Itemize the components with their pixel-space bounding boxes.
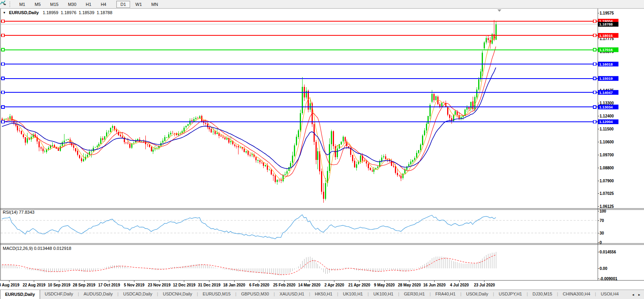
symbol-label: EURUSD,Daily [9,10,39,15]
timeframe-button-M30[interactable]: M30 [64,1,80,8]
chart-tab-DJ30-M15[interactable]: DJ30,M15 [528,290,557,299]
chart-tab-HK50-H1[interactable]: HK50,H1 [310,290,337,299]
svg-text:1.09700: 1.09700 [600,153,614,157]
svg-text:2 Apr 2020: 2 Apr 2020 [325,283,345,287]
svg-text:1.18015: 1.18015 [599,33,613,38]
chart-tab-GBPUSD-M30[interactable]: GBPUSD,M30 [237,290,274,299]
svg-text:100: 100 [600,209,606,213]
chart-tab-GER30-H1[interactable]: GER30,H1 [399,290,429,299]
close-value: 1.18788 [97,10,112,15]
svg-text:28 May 2020: 28 May 2020 [398,283,421,287]
svg-text:1.07900: 1.07900 [600,179,614,183]
svg-text:25 Feb 2020: 25 Feb 2020 [273,283,295,287]
svg-text:22 Aug 2019: 22 Aug 2019 [23,283,46,287]
svg-text:0.00: 0.00 [600,266,607,271]
svg-text:18 Jan 2020: 18 Jan 2020 [223,283,246,287]
timeframe-button-D1[interactable]: D1 [116,1,130,8]
svg-text:12 Dec 2019: 12 Dec 2019 [173,283,196,287]
timeframe-buttons: M1M5M15M30H1H4D1W1MN [15,0,163,8]
open-value: 1.18959 [43,10,59,15]
chart-tab-EURUSD-M15[interactable]: EURUSD,M15 [198,290,235,299]
svg-text:30: 30 [600,231,604,235]
svg-text:1.14047: 1.14047 [599,90,613,95]
svg-text:1.10600: 1.10600 [600,140,614,144]
chart-tab-FRA40-H1[interactable]: FRA40,H1 [431,290,460,299]
svg-text:1.07025: 1.07025 [600,191,614,196]
svg-text:1.17016: 1.17016 [599,48,613,52]
low-value: 1.18539 [79,10,94,15]
svg-text:5 Nov 2019: 5 Nov 2019 [124,283,145,287]
svg-text:1.18788: 1.18788 [599,22,613,26]
chart-tab-USDCHF-Daily[interactable]: USDCHF,Daily [40,290,78,299]
timeframe-button-W1[interactable]: W1 [132,1,146,8]
svg-text:0: 0 [600,240,602,245]
macd-label: MACD(12,26,9) 0.013448 0.012918 [3,246,71,251]
svg-text:9 May 2020: 9 May 2020 [374,283,395,287]
high-value: 1.18976 [61,10,76,15]
svg-text:1.12400: 1.12400 [600,114,614,118]
svg-text:6 Feb 2020: 6 Feb 2020 [249,283,270,287]
svg-text:1.06125: 1.06125 [600,204,614,209]
svg-text:3 Aug 2019: 3 Aug 2019 [0,283,20,287]
svg-text:17 Oct 2019: 17 Oct 2019 [98,283,120,287]
chart-tab-AUDUSD-Daily[interactable]: AUDUSD,Daily [79,290,117,299]
chart-tab-USOil-H4[interactable]: USOil,H4 [596,290,624,299]
toolbar-grip[interactable] [9,2,11,7]
timeframe-button-H1[interactable]: H1 [82,1,95,8]
svg-text:16 Jun 2020: 16 Jun 2020 [423,283,446,287]
svg-text:28 Sep 2019: 28 Sep 2019 [73,283,95,287]
timeframe-button-M15[interactable]: M15 [46,1,62,8]
chart-tab-UK100-H1[interactable]: UK100,H1 [369,290,398,299]
svg-text:21 Apr 2020: 21 Apr 2020 [349,283,371,287]
chart-tabs: EURUSD,DailyUSDCHF,Daily|AUDUSD,Daily|US… [0,290,644,299]
svg-text:23 Jul 2020: 23 Jul 2020 [474,283,495,287]
chart-tab-USOil-Daily[interactable]: USOil,Daily [461,290,493,299]
timeframe-button-M5[interactable]: M5 [31,1,44,8]
period-toolbar: ▼ M1M5M15M30H1H4D1W1MN [0,0,644,9]
chart-tab-USDCNH-Daily[interactable]: USDCNH,Daily [158,290,197,299]
svg-text:1.19575: 1.19575 [600,11,614,15]
svg-text:1.16018: 1.16018 [599,62,613,66]
chart-tab-XAUUSD-H1[interactable]: XAUUSD,H1 [275,290,309,299]
svg-text:1.15019: 1.15019 [599,76,613,81]
svg-text:-0.009001: -0.009001 [600,277,617,281]
svg-text:70: 70 [600,218,604,223]
chart-tab-UK100-H1[interactable]: UK100,H1 [338,290,368,299]
timeframe-button-H4[interactable]: H4 [97,1,110,8]
svg-text:1.13034: 1.13034 [599,105,613,109]
chart-title: ▼ EURUSD,Daily 1.189591.189761.185391.18… [3,10,115,15]
chart-tab-USDJPY-H1[interactable]: USDJPY,H1 [494,290,527,299]
svg-text:23 Nov 2019: 23 Nov 2019 [148,283,171,287]
svg-text:10 Sep 2019: 10 Sep 2019 [48,283,71,287]
price-chart-canvas[interactable]: 1.195751.188751.177751.168751.141751.133… [0,0,644,299]
ohlc-values: 1.189591.189761.185391.18788 [43,10,115,15]
svg-text:31 Dec 2019: 31 Dec 2019 [198,283,221,287]
tabs-scroll-left-icon[interactable]: ◄ [631,293,635,297]
svg-text:1.11500: 1.11500 [600,127,614,131]
timeframe-button-MN[interactable]: MN [147,1,162,8]
chart-tab-EURUSD-Daily[interactable]: EURUSD,Daily [0,290,40,299]
rsi-label: RSI(14) 77.8343 [3,210,35,215]
chart-tab-USDCAD-Daily[interactable]: USDCAD,Daily [119,290,157,299]
svg-text:1.12004: 1.12004 [599,119,613,124]
svg-text:4 Jul 2020: 4 Jul 2020 [450,283,469,287]
chart-tab-CHINA300-H4[interactable]: CHINA300,H4 [558,290,595,299]
svg-text:14 Mar 2020: 14 Mar 2020 [298,283,321,287]
tabs-scroll-right-icon[interactable]: ► [638,293,641,297]
symbol-dropdown-icon[interactable]: ▼ [3,11,6,15]
svg-text:0.014556: 0.014556 [600,250,616,254]
svg-text:1.08800: 1.08800 [600,166,614,170]
timeframe-button-M1[interactable]: M1 [15,1,29,8]
